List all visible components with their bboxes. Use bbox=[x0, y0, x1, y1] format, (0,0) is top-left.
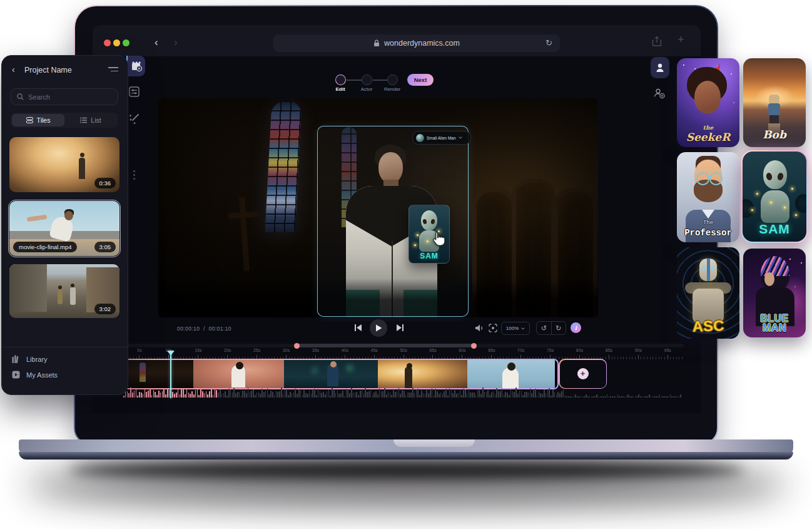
browser-new-tab-button[interactable]: + bbox=[678, 33, 684, 46]
clip-duration-badge: 0:36 bbox=[94, 178, 116, 188]
ruler-label: 60s bbox=[459, 348, 465, 352]
audio-waveform[interactable] bbox=[123, 384, 684, 399]
view-toggle-list[interactable]: List bbox=[64, 114, 117, 126]
ruler-label: 55s bbox=[429, 348, 436, 352]
traffic-light-minimize[interactable] bbox=[113, 39, 120, 46]
ruler-label: 50s bbox=[400, 348, 407, 352]
magic-wand-icon bbox=[129, 113, 140, 124]
browser-url-bar[interactable]: wonderdynamics.com ↻ bbox=[273, 34, 560, 52]
redo-button[interactable]: ↻ bbox=[551, 322, 566, 334]
panel-resize-handle[interactable] bbox=[133, 170, 135, 172]
traffic-light-close[interactable] bbox=[104, 39, 111, 46]
hand-cursor-icon bbox=[432, 230, 445, 247]
browser-share-icon[interactable] bbox=[652, 36, 662, 47]
card-title-prefix: The bbox=[677, 220, 739, 226]
clip-thumbnail-3[interactable]: 3:02 bbox=[9, 264, 119, 318]
search-icon bbox=[17, 93, 24, 100]
step-render-circle[interactable] bbox=[387, 74, 398, 85]
chevron-down-icon bbox=[459, 136, 462, 139]
library-label: Library bbox=[26, 356, 48, 363]
add-clip-button[interactable]: + bbox=[577, 368, 589, 379]
sam-drag-card-title: SAM bbox=[409, 252, 449, 260]
panel-menu-button[interactable] bbox=[108, 67, 118, 71]
laptop-base-notch bbox=[393, 439, 475, 447]
card-title: Professor bbox=[677, 228, 739, 238]
add-character-button[interactable] bbox=[654, 88, 665, 99]
dropdown-label: Small Alien Man bbox=[427, 136, 456, 140]
next-button[interactable]: Next bbox=[407, 74, 434, 86]
add-person-icon bbox=[654, 88, 665, 99]
traffic-light-zoom[interactable] bbox=[123, 39, 129, 46]
next-frame-button[interactable] bbox=[396, 324, 404, 332]
play-button[interactable] bbox=[370, 319, 387, 337]
character-card-professor[interactable]: The Professor bbox=[677, 152, 739, 242]
url-text: wonderdynamics.com bbox=[384, 39, 460, 48]
alien-avatar-icon bbox=[416, 134, 424, 142]
timecode-total: 00:01:10 bbox=[209, 326, 231, 332]
clip-thumbnail-2-selected[interactable]: movie-clip-final.mp4 3:05 bbox=[9, 201, 119, 256]
ruler-label: 5s bbox=[137, 348, 141, 352]
ruler-label: 15s bbox=[195, 348, 201, 352]
timecode-current: 00:00:10 bbox=[177, 326, 200, 332]
card-title: ASC bbox=[677, 316, 739, 336]
sidebar-item-library[interactable]: Library bbox=[12, 355, 48, 363]
tiles-icon bbox=[26, 117, 33, 123]
sidebar-item-my-assets[interactable]: My Assets bbox=[12, 371, 58, 379]
clip-name-label: movie-clip-final.mp4 bbox=[13, 242, 77, 252]
lock-icon bbox=[373, 39, 380, 47]
ruler-label: 20s bbox=[224, 348, 231, 352]
card-title: SeekeR bbox=[677, 131, 739, 143]
panel-back-button[interactable]: ‹ bbox=[12, 64, 15, 74]
sidebar-item-media-active[interactable] bbox=[126, 56, 145, 76]
ruler-label: 65s bbox=[488, 348, 495, 352]
search-input[interactable]: Search bbox=[11, 88, 118, 105]
zoom-level-dropdown[interactable]: 100% bbox=[501, 322, 530, 335]
fit-screen-icon[interactable] bbox=[489, 324, 497, 332]
project-panel: ‹ Project Name Search Tiles List bbox=[1, 55, 128, 395]
card-title: SAM bbox=[743, 222, 806, 237]
clapperboard-icon bbox=[131, 61, 142, 71]
characters-panel-button-active[interactable] bbox=[651, 57, 669, 78]
clip-duration-badge: 3:05 bbox=[94, 242, 116, 252]
step-connector bbox=[373, 80, 388, 81]
timeline-scrollbar-range[interactable] bbox=[297, 344, 474, 347]
list-icon bbox=[80, 117, 87, 123]
prev-frame-button[interactable] bbox=[354, 324, 362, 332]
refresh-icon[interactable]: ↻ bbox=[546, 38, 552, 48]
ruler-label: 85s bbox=[606, 348, 612, 352]
view-toggle: Tiles List bbox=[11, 113, 118, 128]
character-card-sam-selected[interactable]: SAM bbox=[741, 150, 808, 243]
step-label-edit: Edit bbox=[330, 86, 350, 92]
sidebar-item-settings[interactable] bbox=[129, 86, 140, 97]
character-card-bob[interactable]: Bob bbox=[743, 58, 806, 147]
search-placeholder: Search bbox=[28, 93, 50, 101]
sliders-icon bbox=[129, 86, 140, 97]
card-title: BLUE MAN bbox=[743, 314, 806, 332]
ruler-label: 95s bbox=[664, 348, 671, 352]
zoom-level-value: 100% bbox=[506, 326, 519, 331]
timecode: 00:00:10 / 00:01:10 bbox=[177, 326, 231, 332]
playhead[interactable] bbox=[170, 352, 171, 398]
step-actor-circle[interactable] bbox=[362, 74, 372, 85]
info-button[interactable]: i bbox=[571, 322, 581, 333]
card-title: Bob bbox=[743, 128, 806, 141]
page: ‹ › + wonderdynamics.com ↻ bbox=[0, 0, 812, 529]
step-edit-circle[interactable] bbox=[335, 74, 346, 85]
view-toggle-tiles[interactable]: Tiles bbox=[12, 114, 64, 126]
step-label-render: Render bbox=[382, 86, 402, 92]
sidebar-item-magic-tools[interactable] bbox=[129, 113, 140, 124]
character-card-seeker[interactable]: the SeekeR bbox=[677, 58, 739, 147]
step-label-actor: Actor bbox=[357, 86, 377, 92]
undo-button[interactable]: ↺ bbox=[537, 322, 551, 334]
ruler-label: 80s bbox=[576, 348, 583, 352]
browser-back-button[interactable]: ‹ bbox=[155, 37, 158, 48]
clip-duration-badge: 3:02 bbox=[94, 304, 116, 314]
ruler-label: 40s bbox=[342, 348, 348, 352]
volume-icon[interactable] bbox=[475, 324, 484, 332]
clip-thumbnail-1[interactable]: 0:36 bbox=[9, 137, 119, 192]
card-title-prefix: the bbox=[677, 125, 739, 131]
character-assignment-dropdown[interactable]: Small Alien Man bbox=[412, 131, 471, 145]
character-card-blueman[interactable]: BLUE MAN bbox=[743, 249, 806, 337]
character-card-asc[interactable]: ASC bbox=[677, 247, 739, 339]
browser-forward-button[interactable]: › bbox=[174, 37, 178, 48]
